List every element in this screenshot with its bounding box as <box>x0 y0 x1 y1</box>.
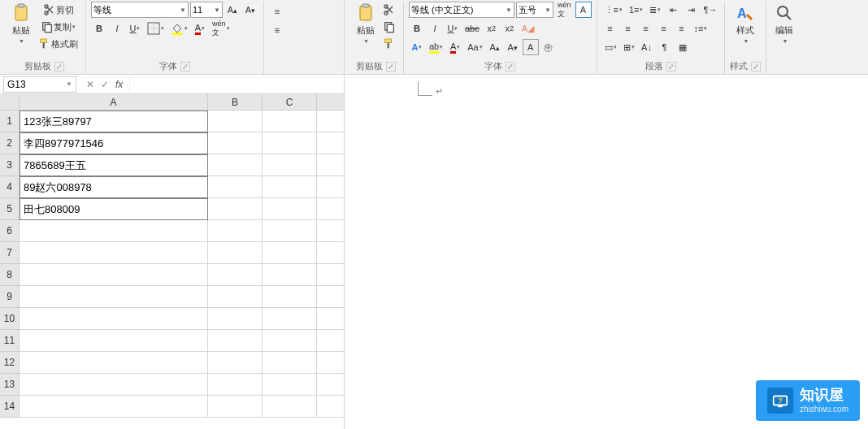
word-font-dialog[interactable]: ⤢ <box>506 62 515 72</box>
col-header[interactable]: C <box>263 94 317 110</box>
row-header[interactable]: 3 <box>0 154 20 176</box>
word-phonetic-button[interactable]: wén文 <box>555 2 574 18</box>
decrease-font-button[interactable]: A▾ <box>242 2 258 18</box>
word-paragraph-dialog[interactable]: ⤢ <box>666 62 676 72</box>
cell[interactable] <box>263 374 317 396</box>
bullets-button[interactable]: ⋮≡▾ <box>602 2 625 18</box>
word-copy-button[interactable] <box>380 19 398 35</box>
cell[interactable] <box>20 396 208 418</box>
word-superscript-button[interactable]: x2 <box>501 20 518 37</box>
cell[interactable] <box>263 198 317 220</box>
cell[interactable] <box>317 176 344 198</box>
cell[interactable] <box>317 374 344 396</box>
spreadsheet-grid[interactable]: 1 2 3 4 5 6 7 8 9 10 11 12 13 14 A B C <box>0 94 344 429</box>
cell[interactable] <box>208 132 263 154</box>
fx-button[interactable]: fx <box>115 79 123 90</box>
cell[interactable] <box>263 242 317 264</box>
paste-button[interactable]: 粘贴 ▼ <box>8 2 34 46</box>
row-header[interactable]: 9 <box>0 286 20 308</box>
cell[interactable] <box>263 110 317 132</box>
increase-font-button[interactable]: A▴ <box>224 2 241 18</box>
word-format-painter-button[interactable] <box>380 36 398 52</box>
distributed-button[interactable]: ≡ <box>674 20 690 37</box>
align-center-button[interactable]: ≡ <box>620 20 636 37</box>
word-enclose-button[interactable]: ㊥ <box>540 39 557 55</box>
font-dialog-launcher[interactable]: ⤢ <box>180 62 190 72</box>
word-document-area[interactable]: ↵ <box>345 75 868 429</box>
cell[interactable]: 7865689王五 <box>20 154 208 176</box>
cell[interactable]: 李四8977971546 <box>20 132 208 154</box>
borders-button[interactable]: ⊞▾ <box>621 39 637 55</box>
cell[interactable] <box>208 154 263 176</box>
cell[interactable] <box>263 132 317 154</box>
numbering-button[interactable]: 1≡▾ <box>627 2 646 18</box>
name-box[interactable]: G13▼ <box>3 76 76 93</box>
col-header[interactable]: A <box>20 94 208 110</box>
cell[interactable] <box>263 154 317 176</box>
clipboard-dialog-launcher[interactable]: ⤢ <box>54 62 64 72</box>
cell[interactable]: 123张三89797 <box>20 110 208 132</box>
cell[interactable] <box>317 264 344 286</box>
cell[interactable] <box>317 352 344 374</box>
cell[interactable] <box>20 330 208 352</box>
decrease-indent-button[interactable]: ⇤ <box>665 2 681 18</box>
font-size-select[interactable]: 11▼ <box>190 2 223 18</box>
cell[interactable] <box>263 330 317 352</box>
cell[interactable] <box>208 396 263 418</box>
word-subscript-button[interactable]: x2 <box>484 20 500 37</box>
row-header[interactable]: 13 <box>0 374 20 396</box>
cell[interactable] <box>317 396 344 418</box>
word-styles-dialog[interactable]: ⤢ <box>751 62 761 72</box>
cell[interactable] <box>208 110 263 132</box>
cell[interactable] <box>208 330 263 352</box>
select-all-corner[interactable] <box>0 94 20 110</box>
word-font-size-select[interactable]: 五号▼ <box>516 2 553 18</box>
editing-button[interactable]: 编辑▼ <box>771 2 797 46</box>
cell[interactable]: 89赵六008978 <box>20 176 208 198</box>
multilevel-button[interactable]: ≣▾ <box>647 2 663 18</box>
format-painter-button[interactable]: 格式刷 <box>36 36 80 52</box>
word-shrink-font-button[interactable]: A▾ <box>505 39 521 55</box>
row-header[interactable]: 8 <box>0 264 20 286</box>
cell[interactable] <box>20 352 208 374</box>
fill-color-button[interactable]: ▾ <box>168 20 190 37</box>
snap-grid-button[interactable]: ▦ <box>675 39 691 55</box>
cell[interactable] <box>20 286 208 308</box>
cell[interactable] <box>208 264 263 286</box>
cell[interactable] <box>263 264 317 286</box>
align-left-button[interactable]: ≡ <box>602 20 618 37</box>
word-strike-button[interactable]: abc <box>462 20 482 37</box>
row-header[interactable]: 1 <box>0 110 20 132</box>
row-header[interactable]: 6 <box>0 220 20 242</box>
col-header[interactable] <box>317 94 344 110</box>
cell[interactable] <box>263 176 317 198</box>
cell[interactable] <box>263 286 317 308</box>
cell[interactable] <box>317 154 344 176</box>
cell[interactable] <box>263 352 317 374</box>
row-header[interactable]: 10 <box>0 308 20 330</box>
row-header[interactable]: 4 <box>0 176 20 198</box>
formula-input[interactable] <box>129 76 344 93</box>
phonetic-button[interactable]: wén文▾ <box>210 20 232 37</box>
enter-formula-button[interactable]: ✓ <box>101 79 109 90</box>
cell[interactable] <box>263 308 317 330</box>
row-header[interactable]: 2 <box>0 132 20 154</box>
border-button[interactable]: ▾ <box>145 20 167 37</box>
ltr-button[interactable]: ¶→ <box>701 2 719 18</box>
copy-button[interactable]: 复制▾ <box>36 19 80 35</box>
italic-button[interactable]: I <box>109 20 125 37</box>
cell[interactable] <box>317 308 344 330</box>
word-clear-format-button[interactable]: A◢ <box>519 20 536 37</box>
cell[interactable] <box>317 242 344 264</box>
cancel-formula-button[interactable]: ✕ <box>86 79 94 90</box>
row-header[interactable]: 5 <box>0 198 20 220</box>
cell[interactable]: 田七808009 <box>20 198 208 220</box>
cell[interactable] <box>20 242 208 264</box>
styles-button[interactable]: A 样式▼ <box>732 2 758 46</box>
justify-button[interactable]: ≡ <box>656 20 672 37</box>
cell[interactable] <box>263 396 317 418</box>
word-underline-button[interactable]: U▾ <box>445 20 461 37</box>
cell[interactable] <box>208 220 263 242</box>
cell[interactable] <box>317 198 344 220</box>
row-header[interactable]: 11 <box>0 330 20 352</box>
